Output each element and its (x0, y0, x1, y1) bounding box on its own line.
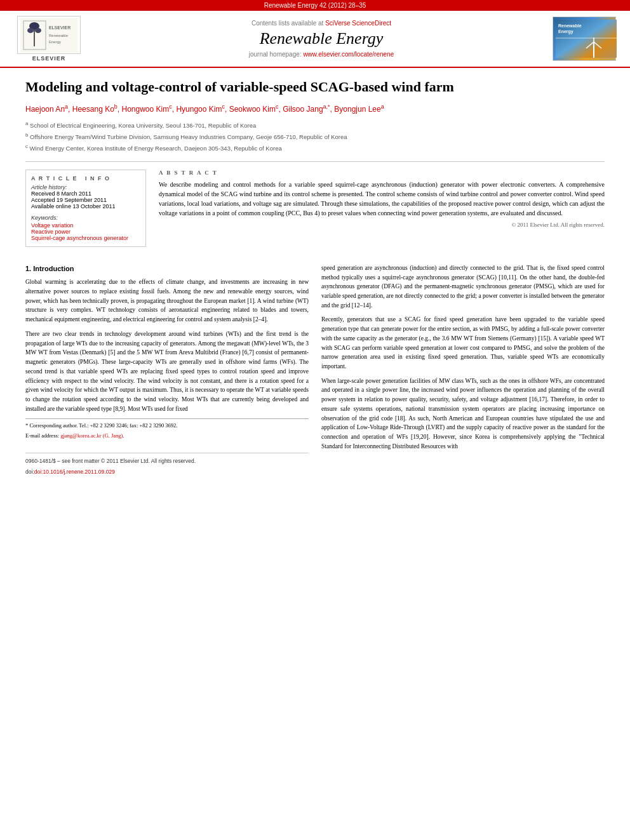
sciverse-label: Contents lists available at (251, 20, 323, 27)
abstract-title: A B S T R A C T (159, 170, 605, 176)
journal-homepage: journal homepage: www.elsevier.com/locat… (90, 51, 553, 58)
svg-text:Energy: Energy (49, 40, 61, 44)
body-right-col: speed generation are asynchronous (induc… (321, 263, 605, 476)
journal-header: ELSEVIER Renewable Energy ELSEVIER Conte… (0, 11, 630, 68)
author-hongwoo: Hongwoo Kimc, (122, 105, 175, 114)
journal-header-center: Contents lists available at SciVerse Sci… (90, 20, 553, 58)
author-gilsoo: Gilsoo Janga,*, (283, 105, 332, 114)
online-value: Available online 13 October 2011 (31, 203, 140, 210)
footer-area: 0960-1481/$ – see front matter © 2011 El… (25, 453, 309, 476)
abstract-text: We describe modeling and control methods… (159, 180, 605, 218)
email-label: E-mail address: (25, 432, 59, 439)
homepage-label: journal homepage: (249, 51, 302, 58)
elsevier-text: ELSEVIER (32, 55, 66, 62)
accepted-value: Accepted 19 September 2011 (31, 197, 140, 203)
affil-b-text: Offshore Energy Team/Wind Turbine Divisi… (30, 133, 347, 140)
affil-a: a School of Electrical Engineering, Kore… (25, 120, 605, 130)
author-haejoon: Haejoon Ana, (25, 105, 70, 114)
affil-b: b Offshore Energy Team/Wind Turbine Divi… (25, 131, 605, 142)
body-right-para-2: Recently, generators that use a SCAG for… (321, 315, 605, 371)
article-info-title: A R T I C L E I N F O (31, 175, 140, 182)
journal-citation: Renewable Energy 42 (2012) 28–35 (264, 2, 366, 9)
author-hyungoo: Hyungoo Kimc, (176, 105, 227, 114)
author-heesang: Heesang Kob, (72, 105, 119, 114)
body-para-1: Global warming is accelerating due to th… (25, 277, 309, 324)
doi-label: doi: (25, 469, 34, 475)
keyword-1: Voltage variation (31, 222, 140, 229)
main-content: Modeling and voltage-control of variable… (0, 68, 630, 486)
journal-title-header: Renewable Energy (90, 29, 553, 48)
svg-text:Energy: Energy (558, 29, 573, 34)
author-byongjun: Byongjun Leea (334, 105, 384, 114)
body-para-2: There are two clear trends in technology… (25, 330, 309, 413)
keyword-2: Reactive power (31, 229, 140, 235)
article-info-col: A R T I C L E I N F O Article history: R… (25, 170, 146, 255)
keywords-block: Keywords: Voltage variation Reactive pow… (31, 215, 140, 241)
corresponding-footnote: * Corresponding author. Tel.: +82 2 3290… (25, 418, 309, 440)
issn-line: 0960-1481/$ – see front matter © 2011 El… (25, 457, 309, 465)
article-title: Modeling and voltage-control of variable… (25, 78, 605, 97)
homepage-url[interactable]: www.elsevier.com/locate/renene (303, 51, 394, 58)
journal-cover-thumb: Renewable Energy (553, 17, 616, 61)
elsevier-logo-box: ELSEVIER Renewable Energy (17, 16, 81, 54)
article-meta-section: A R T I C L E I N F O Article history: R… (25, 170, 605, 255)
article-info-box: A R T I C L E I N F O Article history: R… (25, 170, 146, 247)
keywords-label: Keywords: (31, 215, 140, 221)
journal-top-bar: Renewable Energy 42 (2012) 28–35 (0, 0, 630, 11)
doi-line: doi:doi:10.1016/j.renene.2011.09.029 (25, 468, 309, 476)
svg-point-4 (27, 28, 34, 33)
history-block: Article history: Received 8 March 2011 A… (31, 184, 140, 210)
affiliations: a School of Electrical Engineering, Kore… (25, 120, 605, 162)
affil-c-text: Wind Energy Center, Korea Institute of E… (30, 145, 282, 152)
svg-text:Renewable: Renewable (49, 34, 69, 37)
svg-text:ELSEVIER: ELSEVIER (49, 25, 70, 30)
journal-cover-section: Renewable Energy (553, 17, 622, 61)
page: Renewable Energy 42 (2012) 28–35 (0, 0, 630, 840)
sciverse-line: Contents lists available at SciVerse Sci… (90, 20, 553, 27)
svg-point-5 (35, 28, 41, 33)
body-right-para-1: speed generation are asynchronous (induc… (321, 263, 605, 310)
elsevier-tree-icon: ELSEVIER Renewable Energy (20, 18, 77, 53)
cover-image-icon: Renewable Energy (556, 20, 617, 58)
authors-line: Haejoon Ana, Heesang Kob, Hongwoo Kimc, … (25, 103, 605, 115)
article-body: 1. Introduction Global warming is accele… (25, 263, 605, 476)
svg-rect-12 (556, 37, 617, 39)
abstract-col: A B S T R A C T We describe modeling and… (159, 170, 605, 255)
body-left-col: 1. Introduction Global warming is accele… (25, 263, 309, 476)
keyword-3: Squirrel-cage asynchronous generator (31, 235, 140, 241)
section1-heading: 1. Introduction (25, 263, 309, 274)
author-seokwoo: Seokwoo Kimc, (229, 105, 281, 114)
affil-a-text: School of Electrical Engineering, Korea … (30, 122, 256, 129)
corr-author-line: * Corresponding author. Tel.: +82 2 3290… (25, 422, 309, 430)
copyright-line: © 2011 Elsevier Ltd. All rights reserved… (159, 222, 605, 228)
body-right-para-3: When large-scale power generation facili… (321, 377, 605, 451)
received-value: Received 8 March 2011 (31, 190, 140, 197)
doi-link[interactable]: doi:10.1016/j.renene.2011.09.029 (34, 469, 115, 475)
svg-text:Renewable: Renewable (558, 23, 582, 28)
affil-c: c Wind Energy Center, Korea Institute of… (25, 143, 605, 153)
sciverse-link[interactable]: SciVerse ScienceDirect (325, 20, 391, 27)
body-two-col: 1. Introduction Global warming is accele… (25, 263, 605, 476)
section1-number: 1. (25, 265, 31, 272)
email-line: E-mail address: gjang@korea.ac.kr (G. Ja… (25, 432, 309, 440)
elsevier-logo: ELSEVIER Renewable Energy ELSEVIER (8, 16, 90, 62)
elsevier-logo-section: ELSEVIER Renewable Energy ELSEVIER (8, 16, 90, 62)
history-label: Article history: (31, 184, 140, 190)
email-address[interactable]: gjang@korea.ac.kr (G. Jang). (60, 432, 124, 439)
section1-title: Introduction (33, 265, 74, 272)
